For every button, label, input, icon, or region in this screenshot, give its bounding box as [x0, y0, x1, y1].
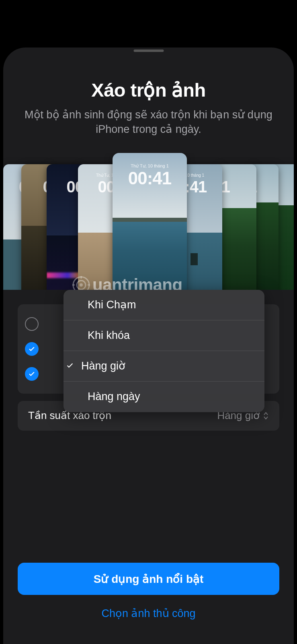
page-title: Xáo trộn ảnh: [3, 79, 294, 101]
header: Xáo trộn ảnh Một bộ ảnh sinh động sẽ xáo…: [3, 47, 294, 137]
phone-frame: Xáo trộn ảnh Một bộ ảnh sinh động sẽ xáo…: [3, 47, 294, 644]
popup-option-label: Hàng ngày: [88, 390, 140, 403]
lightbulb-icon: [72, 275, 91, 290]
bottom-buttons: Sử dụng ảnh nổi bật Chọn ảnh thủ công: [18, 563, 279, 620]
popup-option-label: Hàng giờ: [81, 359, 125, 372]
radio-unchecked-icon: [25, 317, 39, 331]
popup-option-label: Khi Chạm: [88, 298, 136, 311]
popup-option-on-lock[interactable]: Khi khóa: [63, 320, 264, 351]
choose-photos-manually-button[interactable]: Chọn ảnh thủ công: [18, 607, 279, 620]
frequency-popup: Khi Chạm Khi khóa Hàng giờ Hàng ngày: [63, 290, 264, 412]
up-down-chevron-icon: [263, 411, 269, 420]
radio-checked-icon: [25, 367, 39, 381]
wallpaper-preview-main[interactable]: Thứ Tư, 10 tháng 1 00:41: [113, 153, 187, 290]
popup-option-on-tap[interactable]: Khi Chạm: [63, 290, 264, 320]
wallpaper-carousel[interactable]: 00 00 00:4 Thứ Tư, 10 tháng 1: [3, 153, 294, 290]
svg-point-2: [80, 283, 83, 287]
use-featured-photos-button[interactable]: Sử dụng ảnh nổi bật: [18, 563, 279, 595]
home-indicator: [133, 50, 164, 52]
popup-option-label: Khi khóa: [88, 329, 130, 342]
watermark: uantrimang: [72, 275, 182, 290]
page-subtitle: Một bộ ảnh sinh động sẽ xáo trộn khi bạn…: [3, 107, 294, 137]
watermark-text: uantrimang: [92, 275, 182, 290]
checkmark-icon: [66, 360, 75, 372]
preview-time: 00:41: [113, 168, 187, 188]
options-area: Khi Chạm Khi khóa Hàng giờ Hàng ngày: [3, 304, 294, 394]
popup-option-daily[interactable]: Hàng ngày: [63, 382, 264, 412]
popup-option-hourly[interactable]: Hàng giờ: [63, 351, 264, 382]
radio-checked-icon: [25, 342, 39, 356]
